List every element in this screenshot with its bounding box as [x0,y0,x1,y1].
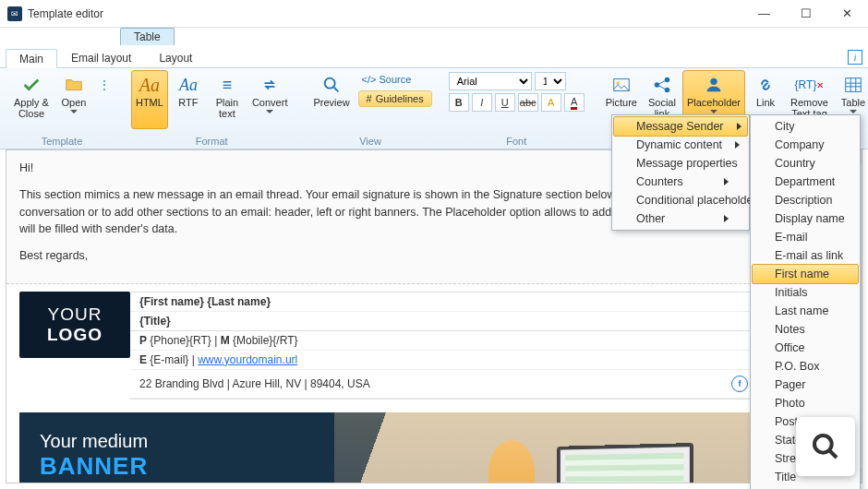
svg-rect-7 [846,78,862,92]
minimize-button[interactable]: — [743,0,785,28]
sender-menu-item[interactable]: P.O. Box [753,357,858,376]
remove-tag-icon: {RT}✕ [795,73,825,97]
group-label-template: Template [42,136,83,149]
group-template: Apply & Close Open ⋮ Template [4,70,120,149]
svg-point-5 [665,88,670,93]
placeholder-menu-item[interactable]: Counters [614,173,747,191]
sender-menu-item[interactable]: Display name [753,209,858,228]
group-view: Preview </>Source #Guidelines View [303,70,437,149]
bold-button[interactable]: B [449,93,469,112]
strike-button[interactable]: abc [518,93,538,112]
signature-email: E {E-mail} | www.yourdomain.url [130,351,848,370]
banner[interactable]: Your medium BANNER Learn more [19,412,849,483]
placeholder-menu-item[interactable]: Message properties [614,154,747,173]
ribbon-tabs: Main Email layout Layout i [0,48,868,68]
sender-menu-item[interactable]: Photo [753,394,858,412]
signature-text: {First name} {Last name} {Title} P {Phon… [130,292,849,400]
convert-icon [259,73,280,97]
grid-icon: # [367,93,372,104]
sender-menu-item[interactable]: City [753,117,858,136]
group-label-font: Font [506,136,526,149]
placeholder-menu-item[interactable]: Dynamic content [614,136,747,154]
info-icon[interactable]: i [848,50,862,65]
sender-menu-item[interactable]: E-mail [753,228,858,246]
closing: Best regards, [19,247,849,265]
highlight-button[interactable]: A [541,93,561,112]
sender-menu-item[interactable]: Notes [753,320,858,339]
signature-url[interactable]: www.yourdomain.url [198,353,297,366]
table-icon [843,73,863,97]
italic-button[interactable]: I [472,93,492,112]
tab-main[interactable]: Main [6,49,57,68]
chevron-down-icon [266,110,273,113]
placeholder-menu-item[interactable]: Conditional placeholders [614,191,747,209]
sender-menu-item[interactable]: E-mail as link [753,246,858,265]
close-button[interactable]: ✕ [826,0,868,28]
check-icon [21,73,42,97]
maximize-button[interactable]: ☐ [785,0,826,28]
open-button[interactable]: Open [55,70,92,129]
logo-placeholder: YOUR LOGO [19,292,130,358]
banner-line1: Your medium [40,431,148,452]
titlebar: ✉ Template editor — ☐ ✕ [0,0,868,28]
tab-table-context[interactable]: Table [120,28,175,45]
chevron-down-icon [70,110,78,113]
plain-text-button[interactable]: ≡ Plain text [209,70,246,129]
preview-button[interactable]: Preview [308,70,354,129]
placeholder-menu[interactable]: Message SenderDynamic contentMessage pro… [611,114,750,231]
image-icon [611,73,632,97]
text-lines-icon: ≡ [223,73,233,97]
search-fab[interactable] [796,417,855,476]
source-button[interactable]: </>Source [358,72,432,87]
signature-block[interactable]: YOUR LOGO {First name} {Last name} {Titl… [6,284,862,407]
sender-menu-item[interactable]: Last name [753,302,858,320]
convert-button[interactable]: Convert [247,70,293,129]
placeholder-menu-item[interactable]: Message Sender [613,116,748,137]
more-template-button[interactable]: ⋮ [94,70,115,100]
app-icon: ✉ [7,6,22,21]
sender-menu-item[interactable]: Pager [753,376,858,394]
sender-menu-item[interactable]: First name [752,264,859,284]
tab-email-layout[interactable]: Email layout [57,48,145,67]
magnifier-icon [321,73,342,97]
sender-menu-item[interactable]: Office [753,339,858,357]
link-icon [755,73,776,97]
folder-icon [64,73,84,97]
signature-address: 22 Branding Blvd | Azure Hill, NV | 8940… [139,377,370,390]
person-icon [704,73,724,97]
svg-point-3 [655,82,660,88]
apply-close-button[interactable]: Apply & Close [9,70,54,129]
banner-line2: BANNER [40,452,148,481]
rtf-button[interactable]: Aa RTF [170,70,207,129]
social-icon [652,73,672,97]
chevron-down-icon [710,110,717,113]
font-size-select[interactable]: 11 [535,72,566,90]
facebook-icon[interactable]: f [731,376,748,392]
svg-point-6 [710,78,717,85]
font-color-button[interactable]: A [564,93,585,112]
chevron-down-icon [850,110,857,113]
sender-menu-item[interactable]: Country [753,154,858,173]
group-format: Aa HTML Aa RTF ≡ Plain text Convert Form… [126,70,298,149]
html-button[interactable]: Aa HTML [131,70,168,129]
sender-menu-item[interactable]: Description [753,191,858,209]
contextual-tab-row: Table [0,28,868,48]
signature-phone: P {Phone}{RT} | M {Mobile}{/RT} [130,331,848,351]
signature-name: {First name} {Last name} [130,292,848,312]
search-icon [811,432,840,461]
sender-menu-item[interactable]: Department [753,173,858,191]
svg-point-8 [814,435,832,453]
sender-menu-item[interactable]: Company [753,136,858,154]
svg-point-0 [325,78,335,89]
group-label-view: View [359,136,381,149]
sender-menu-item[interactable]: Initials [753,283,858,302]
underline-button[interactable]: U [495,93,515,112]
group-label-format: Format [196,136,228,149]
placeholder-menu-item[interactable]: Other [614,209,747,228]
group-font: Arial 11 B I U abc A A Font [443,70,590,149]
tab-layout[interactable]: Layout [145,48,206,67]
font-name-select[interactable]: Arial [449,72,532,90]
guidelines-button[interactable]: #Guidelines [358,90,432,107]
window-title: Template editor [28,7,743,20]
svg-point-4 [665,78,670,83]
